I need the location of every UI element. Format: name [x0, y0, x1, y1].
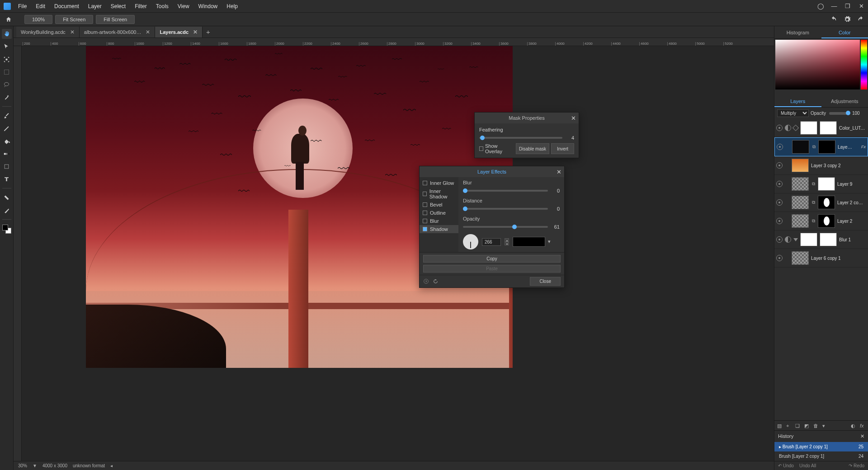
fx-copy-button[interactable]: Copy: [423, 255, 561, 263]
layer-row[interactable]: ⧉Laye…Fx: [774, 137, 868, 156]
layer-row[interactable]: Color_LUTs…: [774, 119, 868, 137]
layer-row[interactable]: Layer 3 copy 2: [774, 156, 868, 175]
fg-bg-color-swatch[interactable]: [2, 225, 11, 234]
doc-tab[interactable]: Layers.acdc✕: [155, 27, 203, 38]
layer-thumbnail[interactable]: [792, 140, 809, 154]
pencil-tool[interactable]: [2, 123, 12, 133]
layer-row[interactable]: ⧉Layer 2 co…: [774, 193, 868, 212]
menu-view[interactable]: View: [178, 3, 189, 9]
layer-thumbnail[interactable]: [792, 159, 809, 172]
fx-item-outline[interactable]: Outline: [420, 209, 458, 217]
menu-help[interactable]: Help: [226, 3, 238, 9]
magic-wand-tool[interactable]: [2, 92, 12, 102]
clone-tool[interactable]: [2, 205, 12, 215]
hand-tool[interactable]: [2, 29, 12, 39]
layer-row[interactable]: Layer 6 copy 1: [774, 249, 868, 268]
merge-icon[interactable]: ▾: [822, 423, 828, 428]
add-layer-icon[interactable]: ▧: [777, 423, 783, 428]
tab-histogram[interactable]: Histogram: [774, 26, 821, 38]
layer-row[interactable]: ⧉Layer 2: [774, 212, 868, 230]
visibility-icon[interactable]: [776, 125, 783, 131]
fill-screen-button[interactable]: Fill Screen: [96, 15, 135, 24]
mask-thumbnail[interactable]: [820, 233, 837, 246]
show-overlay-checkbox[interactable]: Show Overlay: [479, 143, 512, 154]
angle-input[interactable]: [482, 238, 501, 246]
disable-mask-button[interactable]: Disable mask: [516, 143, 549, 154]
visibility-icon[interactable]: [776, 255, 783, 261]
visibility-icon[interactable]: [777, 144, 783, 150]
visibility-icon[interactable]: [776, 181, 783, 187]
close-window-icon[interactable]: ✕: [858, 3, 864, 9]
refresh-icon[interactable]: [433, 278, 439, 284]
add-icon[interactable]: +: [786, 423, 792, 428]
menu-tools[interactable]: Tools: [156, 3, 169, 9]
menu-edit[interactable]: Edit: [36, 3, 45, 9]
menu-file[interactable]: File: [18, 3, 27, 9]
mask-thumbnail[interactable]: [820, 121, 837, 135]
mask-thumbnail[interactable]: [818, 196, 835, 209]
layer-thumbnail[interactable]: [800, 121, 817, 135]
angle-up-icon[interactable]: ▴: [505, 238, 509, 242]
menu-select[interactable]: Select: [111, 3, 126, 9]
invert-mask-button[interactable]: Invert: [551, 143, 574, 154]
mask-thumbnail[interactable]: [818, 177, 835, 191]
mask-icon[interactable]: ◩: [804, 423, 810, 428]
fx-item-inner-shadow[interactable]: Inner Shadow: [420, 187, 458, 201]
menu-document[interactable]: Document: [54, 3, 79, 9]
healing-tool[interactable]: [2, 193, 12, 202]
visibility-icon[interactable]: [776, 236, 783, 243]
tab-color[interactable]: Color: [821, 26, 868, 38]
delete-icon[interactable]: 🗑: [813, 423, 819, 428]
menu-filter[interactable]: Filter: [135, 3, 147, 9]
menu-window[interactable]: Window: [198, 3, 218, 9]
fx-item-bevel[interactable]: Bevel: [420, 201, 458, 209]
fx-distance-slider[interactable]: [463, 208, 548, 210]
close-tab-icon[interactable]: ✕: [70, 29, 75, 35]
angle-down-icon[interactable]: ▾: [505, 242, 509, 245]
redo-icon[interactable]: [857, 16, 864, 23]
marquee-tool[interactable]: [2, 67, 12, 77]
fx-icon[interactable]: fx: [860, 423, 865, 428]
menu-layer[interactable]: Layer: [88, 3, 102, 9]
color-picker-panel[interactable]: [774, 39, 868, 90]
opacity-slider[interactable]: [829, 112, 849, 115]
shadow-color-swatch[interactable]: [513, 237, 545, 247]
angle-dial[interactable]: [463, 234, 478, 249]
user-icon[interactable]: ◯: [817, 3, 824, 9]
fx-opacity-slider[interactable]: [463, 226, 548, 228]
close-tab-icon[interactable]: ✕: [146, 29, 150, 35]
link-icon[interactable]: ⧉: [811, 144, 816, 150]
layer-thumbnail[interactable]: [792, 177, 809, 191]
visibility-icon[interactable]: [776, 218, 783, 224]
link-icon[interactable]: ⧉: [811, 218, 816, 224]
fx-blur-slider[interactable]: [463, 190, 548, 192]
doc-tab[interactable]: WonkyBuilding.acdc✕: [16, 27, 80, 38]
feathering-slider[interactable]: [479, 137, 562, 139]
duplicate-icon[interactable]: ❏: [795, 423, 801, 428]
mask-close-icon[interactable]: ✕: [571, 115, 576, 122]
tab-layers[interactable]: Layers: [774, 95, 821, 107]
visibility-icon[interactable]: [776, 199, 783, 206]
link-icon[interactable]: ⧉: [811, 181, 816, 187]
history-close-icon[interactable]: ✕: [860, 433, 864, 439]
fill-tool[interactable]: [2, 136, 12, 146]
undo-button[interactable]: ↶ Undo: [778, 463, 794, 468]
gradient-tool[interactable]: [2, 149, 12, 159]
settings-icon[interactable]: [844, 16, 851, 23]
restore-icon[interactable]: ❐: [844, 3, 851, 9]
canvas[interactable]: 〰〰〰〰〰〰〰〰〰〰〰〰〰〰〰〰〰〰〰〰〰〰〰〰〰〰〰〰〰〰〰〰〰〰〰: [22, 46, 774, 461]
zoom-level-button[interactable]: 100%: [24, 15, 52, 24]
fx-close-button[interactable]: Close: [530, 277, 561, 286]
layer-thumbnail[interactable]: [792, 251, 809, 265]
visibility-icon[interactable]: [776, 162, 783, 169]
fx-item-shadow[interactable]: Shadow: [420, 225, 458, 233]
fx-item-inner-glow[interactable]: Inner Glow: [420, 179, 458, 187]
history-item[interactable]: ▸ Brush [Layer 2 copy 1]25: [774, 442, 868, 451]
minimize-icon[interactable]: —: [831, 3, 837, 9]
doc-tab[interactable]: album-artwork-800x600…✕: [80, 27, 156, 38]
tab-adjustments[interactable]: Adjustments: [821, 95, 868, 107]
shape-tool[interactable]: [2, 161, 12, 171]
history-item[interactable]: Brush [Layer 2 copy 1]24: [774, 451, 868, 461]
redo-button[interactable]: ↷ Redo: [849, 463, 864, 468]
layer-row[interactable]: Blur 1: [774, 230, 868, 249]
